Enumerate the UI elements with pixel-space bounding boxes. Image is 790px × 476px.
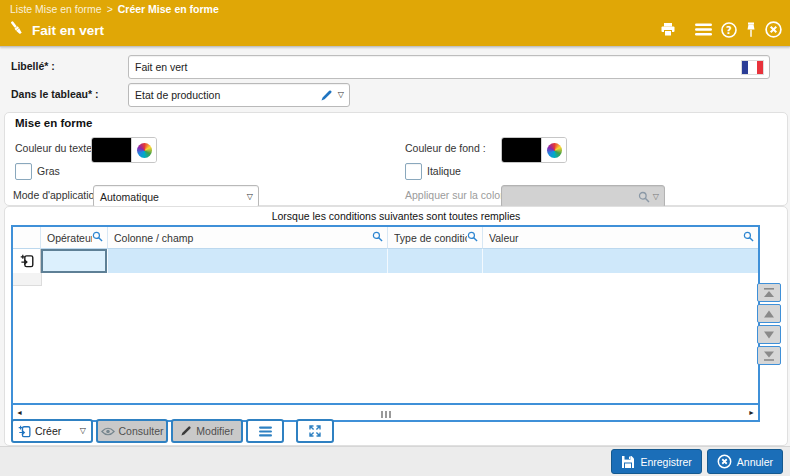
close-icon[interactable] (765, 21, 782, 38)
header-bar: Liste Mise en forme>Créer Mise en forme … (0, 0, 790, 47)
breadcrumb-separator: > (107, 3, 113, 15)
apply-column-select[interactable]: ▽ (501, 185, 665, 208)
condition-row[interactable] (13, 249, 758, 273)
chevron-down-icon: ▽ (650, 193, 664, 201)
pen-icon (180, 425, 192, 437)
paintbrush-icon (9, 21, 26, 40)
cell-valeur[interactable] (483, 249, 758, 273)
color-wheel-icon[interactable] (131, 138, 156, 162)
libelle-label: Libellé* : (11, 60, 55, 72)
hamburger-icon (259, 426, 272, 437)
create-button[interactable]: Créer ▽ (11, 419, 93, 443)
conditions-section: Lorsque les conditions suivantes sont to… (4, 206, 788, 446)
text-color-picker[interactable] (91, 137, 157, 163)
cell-operateur[interactable] (41, 249, 108, 273)
save-button[interactable]: Enregistrer (611, 449, 701, 474)
scrollbar-track[interactable] (26, 405, 745, 420)
search-icon[interactable] (92, 231, 103, 244)
color-wheel-icon[interactable] (541, 138, 566, 162)
cell-colonne-champ[interactable] (108, 249, 388, 273)
bg-color-swatch[interactable] (502, 138, 541, 162)
header-actions: ? (660, 21, 782, 38)
scroll-right-icon[interactable]: ► (745, 405, 758, 420)
mode-value: Automatique (94, 191, 244, 203)
expand-icon (308, 424, 322, 438)
view-button-label: Consulter (119, 425, 164, 437)
chevron-down-icon[interactable]: ▽ (244, 193, 258, 201)
search-icon[interactable] (372, 231, 383, 244)
empty-grid-row (13, 273, 758, 286)
section-title: Mise en forme (15, 117, 92, 129)
tableau-value: Etat de production (129, 89, 320, 101)
page-title: Fait en vert (32, 23, 104, 38)
app-window: Liste Mise en forme>Créer Mise en forme … (0, 0, 790, 476)
breadcrumb-current: Créer Mise en forme (118, 3, 219, 15)
breadcrumb-parent-link[interactable]: Liste Mise en forme (10, 3, 102, 15)
column-header-valeur[interactable]: Valeur (483, 227, 758, 249)
column-header-operateur[interactable]: Opérateur (41, 227, 108, 249)
cell-type-condition[interactable] (388, 249, 483, 273)
printer-icon[interactable] (660, 22, 676, 37)
chevron-down-icon[interactable]: ▽ (80, 427, 86, 435)
conditions-grid: Opérateur Colonne / champ Type de condit… (11, 225, 760, 422)
italic-label: Italique (427, 165, 461, 177)
move-bottom-button[interactable] (757, 346, 781, 365)
bold-label: Gras (37, 165, 60, 177)
chevron-down-icon[interactable]: ▽ (335, 91, 349, 99)
text-color-swatch[interactable] (92, 138, 131, 162)
conditions-caption: Lorsque les conditions suivantes sont to… (5, 210, 787, 222)
grid-toolbar: Créer ▽ Consulter Modifier (11, 419, 334, 443)
row-menu-button[interactable] (246, 419, 284, 443)
empty-grid-area (13, 286, 758, 403)
edit-pen-icon[interactable] (320, 89, 335, 102)
move-down-button[interactable] (757, 325, 781, 344)
cancel-button[interactable]: Annuler (707, 449, 783, 474)
bg-color-picker[interactable] (501, 137, 567, 163)
view-button[interactable]: Consulter (96, 419, 168, 443)
column-header-label: Type de condition (394, 232, 467, 244)
text-color-label: Couleur du texte : (15, 142, 98, 154)
column-header-label: Colonne / champ (114, 232, 372, 244)
breadcrumb: Liste Mise en forme>Créer Mise en forme (10, 3, 219, 15)
french-flag-icon (741, 60, 764, 75)
search-icon[interactable] (467, 231, 478, 244)
horizontal-scrollbar[interactable]: ◄ ► (13, 403, 758, 420)
create-button-label: Créer (35, 425, 76, 437)
italic-checkbox[interactable] (405, 163, 422, 180)
expand-button[interactable] (296, 419, 334, 443)
libelle-field (128, 55, 770, 79)
tableau-label: Dans le tableau* : (11, 88, 99, 100)
column-header-corner (13, 227, 41, 249)
menu-icon[interactable] (695, 23, 712, 36)
column-header-label: Opérateur (47, 232, 92, 244)
row-move-buttons (757, 283, 781, 367)
edit-button[interactable]: Modifier (171, 419, 243, 443)
libelle-input[interactable] (129, 60, 741, 74)
scroll-left-icon[interactable]: ◄ (13, 405, 26, 420)
save-button-label: Enregistrer (640, 456, 691, 468)
mode-select[interactable]: Automatique ▽ (93, 185, 259, 208)
save-icon (621, 455, 635, 469)
insert-row-icon (18, 425, 31, 438)
titlebar: Fait en vert (9, 21, 104, 40)
svg-text:?: ? (726, 24, 732, 35)
insert-row-icon[interactable] (13, 249, 41, 273)
edit-button-label: Modifier (196, 425, 233, 437)
help-icon[interactable]: ? (721, 22, 737, 38)
bold-checkbox[interactable] (15, 163, 32, 180)
formatting-section: Mise en forme Couleur du texte : Couleur… (4, 112, 788, 206)
scrollbar-grip[interactable] (380, 404, 392, 422)
grid-header-row: Opérateur Colonne / champ Type de condit… (13, 227, 758, 249)
cancel-button-label: Annuler (737, 456, 773, 468)
search-icon[interactable] (743, 231, 754, 244)
column-header-colonne-champ[interactable]: Colonne / champ (108, 227, 388, 249)
move-top-button[interactable] (757, 283, 781, 302)
tableau-combobox[interactable]: Etat de production ▽ (128, 83, 350, 107)
bg-color-label: Couleur de fond : (405, 142, 486, 154)
move-up-button[interactable] (757, 304, 781, 323)
cancel-circle-icon (717, 454, 732, 469)
column-header-type-condition[interactable]: Type de condition (388, 227, 483, 249)
footer-bar: Enregistrer Annuler (0, 446, 790, 476)
pin-icon[interactable] (746, 22, 756, 38)
eye-icon (101, 427, 115, 436)
